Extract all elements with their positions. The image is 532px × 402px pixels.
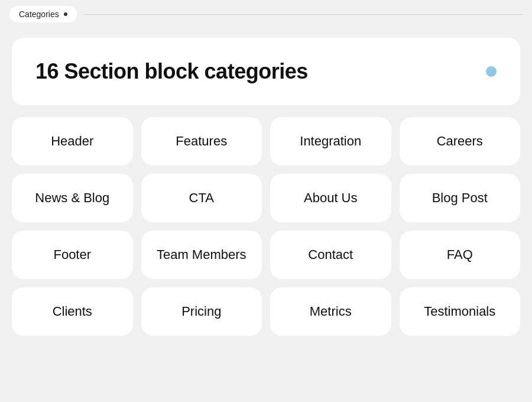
divider-line [84, 14, 523, 15]
category-item-contact[interactable]: Contact [270, 231, 391, 279]
category-label-header: Header [51, 134, 93, 149]
main-content: 16 Section block categories HeaderFeatur… [0, 28, 532, 345]
category-label-about-us: About Us [304, 190, 358, 206]
title-card: 16 Section block categories [12, 38, 520, 105]
category-item-header[interactable]: Header [12, 117, 133, 166]
category-item-cta[interactable]: CTA [141, 174, 262, 222]
category-item-testimonials[interactable]: Testimonials [400, 287, 521, 336]
categories-label: Categories [19, 9, 59, 19]
category-label-faq: FAQ [447, 247, 473, 262]
category-item-news-blog[interactable]: News & Blog [12, 174, 133, 222]
category-item-about-us[interactable]: About Us [270, 174, 391, 222]
top-bar: Categories [0, 0, 532, 28]
category-label-team-members: Team Members [157, 247, 246, 262]
category-item-team-members[interactable]: Team Members [141, 231, 262, 279]
category-item-integration[interactable]: Integration [270, 117, 391, 166]
category-label-news-blog: News & Blog [35, 190, 109, 206]
category-item-clients[interactable]: Clients [12, 287, 133, 336]
category-item-features[interactable]: Features [141, 117, 262, 166]
category-item-careers[interactable]: Careers [400, 117, 521, 166]
category-label-pricing: Pricing [181, 304, 221, 319]
category-label-cta: CTA [189, 190, 214, 206]
category-label-testimonials: Testimonials [424, 304, 495, 319]
category-label-integration: Integration [300, 134, 361, 149]
category-item-pricing[interactable]: Pricing [141, 287, 262, 336]
category-label-metrics: Metrics [310, 304, 352, 319]
title-dot [486, 66, 497, 77]
category-label-features: Features [176, 134, 227, 149]
page-title: 16 Section block categories [35, 59, 308, 84]
category-label-clients: Clients [53, 304, 92, 319]
category-label-careers: Careers [437, 134, 483, 149]
category-item-faq[interactable]: FAQ [400, 231, 521, 279]
category-label-footer: Footer [53, 247, 91, 262]
categories-pill[interactable]: Categories [9, 6, 77, 22]
category-label-contact: Contact [308, 247, 353, 262]
pill-dot [64, 12, 67, 16]
category-item-footer[interactable]: Footer [12, 231, 133, 279]
categories-grid: HeaderFeaturesIntegrationCareersNews & B… [12, 117, 520, 336]
category-item-blog-post[interactable]: Blog Post [400, 174, 521, 222]
category-item-metrics[interactable]: Metrics [270, 287, 391, 336]
category-label-blog-post: Blog Post [432, 190, 488, 206]
